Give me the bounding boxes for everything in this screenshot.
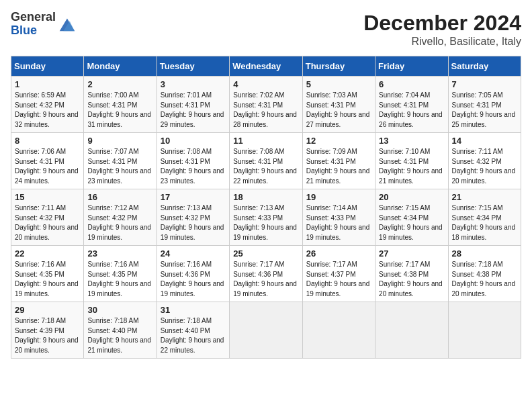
calendar-cell-day-1: 1 Sunrise: 6:59 AM Sunset: 4:32 PM Dayli… <box>11 77 84 133</box>
day-info: Sunrise: 7:05 AM Sunset: 4:31 PM Dayligh… <box>452 91 516 128</box>
day-info: Sunrise: 7:17 AM Sunset: 4:36 PM Dayligh… <box>233 261 297 298</box>
logo: General Blue <box>11 11 76 38</box>
calendar-cell-day-17: 17 Sunrise: 7:13 AM Sunset: 4:32 PM Dayl… <box>157 189 229 246</box>
day-info: Sunrise: 7:06 AM Sunset: 4:31 PM Dayligh… <box>15 148 79 185</box>
calendar-cell-day-27: 27 Sunrise: 7:17 AM Sunset: 4:38 PM Dayl… <box>375 246 448 302</box>
day-number: 6 <box>379 79 444 89</box>
day-number: 27 <box>379 248 444 259</box>
col-header-friday: Friday <box>375 56 448 77</box>
day-number: 26 <box>306 248 371 259</box>
day-number: 13 <box>379 136 444 146</box>
day-number: 20 <box>379 192 444 202</box>
calendar-header-row: SundayMondayTuesdayWednesdayThursdayFrid… <box>11 56 521 77</box>
day-info: Sunrise: 7:18 AM Sunset: 4:40 PM Dayligh… <box>87 317 151 354</box>
calendar-cell-day-11: 11 Sunrise: 7:08 AM Sunset: 4:31 PM Dayl… <box>230 133 302 189</box>
page-subtitle: Rivello, Basilicate, Italy <box>363 36 521 48</box>
day-info: Sunrise: 7:08 AM Sunset: 4:31 PM Dayligh… <box>161 148 224 185</box>
day-number: 2 <box>87 79 152 89</box>
day-info: Sunrise: 7:11 AM Sunset: 4:32 PM Dayligh… <box>452 148 516 185</box>
calendar-cell-day-22: 22 Sunrise: 7:16 AM Sunset: 4:35 PM Dayl… <box>11 246 84 302</box>
page-header: General Blue December 2024 Rivello, Basi… <box>11 11 521 48</box>
day-info: Sunrise: 7:13 AM Sunset: 4:33 PM Dayligh… <box>233 204 297 241</box>
col-header-tuesday: Tuesday <box>157 56 229 77</box>
day-info: Sunrise: 7:08 AM Sunset: 4:31 PM Dayligh… <box>233 148 297 185</box>
day-info: Sunrise: 7:16 AM Sunset: 4:35 PM Dayligh… <box>15 261 79 298</box>
calendar-cell-day-25: 25 Sunrise: 7:17 AM Sunset: 4:36 PM Dayl… <box>230 246 302 302</box>
col-header-saturday: Saturday <box>448 56 521 77</box>
calendar-cell-day-29: 29 Sunrise: 7:18 AM Sunset: 4:39 PM Dayl… <box>11 302 84 359</box>
calendar-cell-day-9: 9 Sunrise: 7:07 AM Sunset: 4:31 PM Dayli… <box>84 133 157 189</box>
day-info: Sunrise: 7:16 AM Sunset: 4:35 PM Dayligh… <box>87 261 151 298</box>
day-number: 4 <box>233 79 298 89</box>
logo-icon <box>57 15 76 34</box>
day-info: Sunrise: 7:04 AM Sunset: 4:31 PM Dayligh… <box>379 91 443 128</box>
day-info: Sunrise: 7:15 AM Sunset: 4:34 PM Dayligh… <box>379 204 443 241</box>
day-info: Sunrise: 7:18 AM Sunset: 4:39 PM Dayligh… <box>15 317 79 354</box>
day-number: 19 <box>306 192 371 202</box>
day-number: 29 <box>15 305 80 315</box>
day-number: 11 <box>233 136 298 146</box>
calendar-cell-day-19: 19 Sunrise: 7:14 AM Sunset: 4:33 PM Dayl… <box>302 189 375 246</box>
day-info: Sunrise: 7:13 AM Sunset: 4:32 PM Dayligh… <box>161 204 224 241</box>
calendar-cell-day-2: 2 Sunrise: 7:00 AM Sunset: 4:31 PM Dayli… <box>84 77 157 133</box>
calendar-week-3: 15 Sunrise: 7:11 AM Sunset: 4:32 PM Dayl… <box>11 189 521 246</box>
day-info: Sunrise: 7:18 AM Sunset: 4:38 PM Dayligh… <box>452 261 516 298</box>
day-number: 9 <box>87 136 152 146</box>
calendar-cell-day-10: 10 Sunrise: 7:08 AM Sunset: 4:31 PM Dayl… <box>157 133 229 189</box>
col-header-thursday: Thursday <box>302 56 375 77</box>
day-number: 5 <box>306 79 371 89</box>
day-info: Sunrise: 7:16 AM Sunset: 4:36 PM Dayligh… <box>161 261 224 298</box>
col-header-wednesday: Wednesday <box>230 56 302 77</box>
empty-cell <box>230 302 302 359</box>
day-info: Sunrise: 7:01 AM Sunset: 4:31 PM Dayligh… <box>161 91 224 128</box>
day-number: 12 <box>306 136 371 146</box>
calendar-cell-day-18: 18 Sunrise: 7:13 AM Sunset: 4:33 PM Dayl… <box>230 189 302 246</box>
calendar-cell-day-21: 21 Sunrise: 7:15 AM Sunset: 4:34 PM Dayl… <box>448 189 521 246</box>
empty-cell <box>375 302 448 359</box>
calendar-cell-day-15: 15 Sunrise: 7:11 AM Sunset: 4:32 PM Dayl… <box>11 189 84 246</box>
calendar-cell-day-5: 5 Sunrise: 7:03 AM Sunset: 4:31 PM Dayli… <box>302 77 375 133</box>
day-info: Sunrise: 7:00 AM Sunset: 4:31 PM Dayligh… <box>87 91 151 128</box>
day-number: 10 <box>161 136 226 146</box>
day-info: Sunrise: 6:59 AM Sunset: 4:32 PM Dayligh… <box>15 91 79 128</box>
page-title: December 2024 <box>363 11 521 36</box>
calendar-cell-day-31: 31 Sunrise: 7:18 AM Sunset: 4:40 PM Dayl… <box>157 302 229 359</box>
calendar-cell-day-3: 3 Sunrise: 7:01 AM Sunset: 4:31 PM Dayli… <box>157 77 229 133</box>
day-info: Sunrise: 7:11 AM Sunset: 4:32 PM Dayligh… <box>15 204 79 241</box>
day-number: 8 <box>15 136 80 146</box>
calendar-cell-day-7: 7 Sunrise: 7:05 AM Sunset: 4:31 PM Dayli… <box>448 77 521 133</box>
day-info: Sunrise: 7:03 AM Sunset: 4:31 PM Dayligh… <box>306 91 370 128</box>
calendar-cell-day-8: 8 Sunrise: 7:06 AM Sunset: 4:31 PM Dayli… <box>11 133 84 189</box>
day-number: 16 <box>87 192 152 202</box>
day-info: Sunrise: 7:10 AM Sunset: 4:31 PM Dayligh… <box>379 148 443 185</box>
day-info: Sunrise: 7:17 AM Sunset: 4:37 PM Dayligh… <box>306 261 370 298</box>
day-info: Sunrise: 7:02 AM Sunset: 4:31 PM Dayligh… <box>233 91 297 128</box>
day-info: Sunrise: 7:15 AM Sunset: 4:34 PM Dayligh… <box>452 204 516 241</box>
day-info: Sunrise: 7:17 AM Sunset: 4:38 PM Dayligh… <box>379 261 443 298</box>
logo-general: General <box>11 10 56 24</box>
calendar-cell-day-14: 14 Sunrise: 7:11 AM Sunset: 4:32 PM Dayl… <box>448 133 521 189</box>
calendar-cell-day-24: 24 Sunrise: 7:16 AM Sunset: 4:36 PM Dayl… <box>157 246 229 302</box>
logo-blue: Blue <box>11 24 37 37</box>
day-info: Sunrise: 7:07 AM Sunset: 4:31 PM Dayligh… <box>87 148 151 185</box>
day-number: 21 <box>452 192 517 202</box>
day-number: 3 <box>161 79 226 89</box>
calendar-week-5: 29 Sunrise: 7:18 AM Sunset: 4:39 PM Dayl… <box>11 302 521 359</box>
day-number: 22 <box>15 248 80 259</box>
day-number: 1 <box>15 79 80 89</box>
calendar-cell-day-6: 6 Sunrise: 7:04 AM Sunset: 4:31 PM Dayli… <box>375 77 448 133</box>
calendar-week-4: 22 Sunrise: 7:16 AM Sunset: 4:35 PM Dayl… <box>11 246 521 302</box>
day-info: Sunrise: 7:14 AM Sunset: 4:33 PM Dayligh… <box>306 204 370 241</box>
calendar-cell-day-26: 26 Sunrise: 7:17 AM Sunset: 4:37 PM Dayl… <box>302 246 375 302</box>
day-number: 14 <box>452 136 517 146</box>
calendar-week-1: 1 Sunrise: 6:59 AM Sunset: 4:32 PM Dayli… <box>11 77 521 133</box>
day-info: Sunrise: 7:18 AM Sunset: 4:40 PM Dayligh… <box>161 317 224 354</box>
col-header-sunday: Sunday <box>11 56 84 77</box>
calendar-week-2: 8 Sunrise: 7:06 AM Sunset: 4:31 PM Dayli… <box>11 133 521 189</box>
calendar-cell-day-20: 20 Sunrise: 7:15 AM Sunset: 4:34 PM Dayl… <box>375 189 448 246</box>
calendar-table: SundayMondayTuesdayWednesdayThursdayFrid… <box>11 56 521 359</box>
day-number: 28 <box>452 248 517 259</box>
day-number: 23 <box>87 248 152 259</box>
day-info: Sunrise: 7:12 AM Sunset: 4:32 PM Dayligh… <box>87 204 151 241</box>
calendar-cell-day-30: 30 Sunrise: 7:18 AM Sunset: 4:40 PM Dayl… <box>84 302 157 359</box>
